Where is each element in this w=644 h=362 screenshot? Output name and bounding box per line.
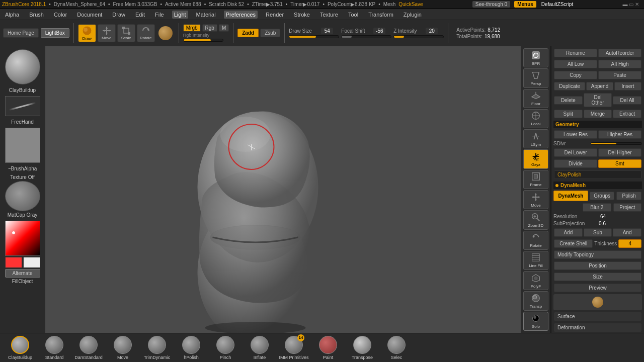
del-lower-button[interactable]: Del Lower bbox=[554, 148, 597, 157]
all-high-button[interactable]: AIl High bbox=[598, 60, 641, 68]
size-button[interactable]: Size bbox=[554, 273, 641, 281]
zsub-button[interactable]: Zsub bbox=[260, 29, 280, 37]
zadd-button[interactable]: Zadd bbox=[237, 29, 259, 37]
focal-shift-slider[interactable] bbox=[341, 35, 391, 38]
material-preview[interactable] bbox=[5, 181, 40, 211]
bottom-brush-imm-primitives[interactable]: 14 IMM Primitives bbox=[279, 336, 309, 360]
z-intensity-slider[interactable] bbox=[393, 35, 444, 38]
alternate-button[interactable]: Alternate bbox=[5, 269, 40, 278]
polyf-button[interactable]: PolyF bbox=[523, 271, 548, 290]
rotate-button[interactable]: Rotate bbox=[137, 24, 155, 42]
auto-reorder-button[interactable]: AutoReorder bbox=[598, 49, 641, 57]
menu-light[interactable]: Light bbox=[172, 11, 188, 19]
bottom-brush-pinch[interactable]: Pinch bbox=[210, 336, 240, 360]
menu-transform[interactable]: Transform bbox=[366, 11, 395, 19]
solo-button[interactable]: Solo bbox=[523, 312, 548, 331]
bottom-brush-hpolish[interactable]: hPolish bbox=[176, 336, 206, 360]
bottom-brush-claybuildup[interactable]: ClayBuildup bbox=[5, 336, 35, 360]
canvas-area[interactable] bbox=[45, 46, 521, 333]
menu-texture[interactable]: Texture bbox=[318, 11, 340, 19]
move-button[interactable]: Move bbox=[98, 24, 116, 42]
smt-button[interactable]: Smt bbox=[598, 159, 641, 168]
polish-button[interactable]: Polish bbox=[616, 192, 641, 200]
menu-alpha[interactable]: Alpha bbox=[3, 11, 21, 19]
bottom-brush-move[interactable]: Move bbox=[108, 336, 138, 360]
see-through[interactable]: See-through 0 bbox=[472, 1, 510, 8]
transp-button[interactable]: Transp bbox=[523, 291, 548, 310]
insert-button[interactable]: Insert bbox=[614, 82, 641, 90]
higher-res-button[interactable]: Higher Res bbox=[598, 130, 641, 139]
claypolish-button[interactable]: ClayPolish bbox=[554, 170, 641, 179]
all-low-button[interactable]: All Low bbox=[554, 60, 597, 68]
menu-color[interactable]: Color bbox=[52, 11, 69, 19]
thickness-button[interactable]: 4 bbox=[618, 239, 641, 248]
split-button[interactable]: Split bbox=[554, 110, 583, 118]
scale-button[interactable]: Scale bbox=[117, 24, 135, 42]
duplicate-button[interactable]: Duplicate bbox=[554, 82, 585, 90]
local-button[interactable]: Local bbox=[523, 109, 548, 128]
stroke-preview[interactable] bbox=[5, 96, 40, 116]
del-all-button[interactable]: Del All bbox=[613, 96, 641, 105]
lightbox-button[interactable]: LightBox bbox=[41, 28, 69, 38]
menu-draw[interactable]: Draw bbox=[110, 11, 127, 19]
rgb-button[interactable]: Rgb bbox=[202, 24, 217, 32]
rgb-intensity-slider[interactable] bbox=[183, 39, 223, 42]
menu-document[interactable]: Document bbox=[75, 11, 104, 19]
brush-preview[interactable] bbox=[5, 49, 40, 84]
deformation-button[interactable]: Deformation bbox=[554, 323, 641, 332]
bottom-brush-transpose[interactable]: Transpose bbox=[347, 336, 377, 360]
add-button[interactable]: Add bbox=[554, 228, 583, 237]
groups-button[interactable]: Groups bbox=[590, 192, 615, 200]
m-button[interactable]: M bbox=[219, 24, 229, 32]
menu-stroke[interactable]: Stroke bbox=[292, 11, 312, 19]
sub-button[interactable]: Sub bbox=[584, 228, 612, 237]
blur-button[interactable]: Blur 2 bbox=[583, 203, 611, 212]
extract-button[interactable]: Extract bbox=[613, 110, 641, 118]
append-button[interactable]: Append bbox=[586, 82, 613, 90]
del-higher-button[interactable]: Del Higher bbox=[598, 148, 641, 157]
lower-res-button[interactable]: Lower Res bbox=[554, 130, 597, 139]
swatch-primary[interactable] bbox=[5, 257, 22, 268]
modify-topology-button[interactable]: Modify Topology bbox=[554, 250, 641, 259]
menu-tool[interactable]: Tool bbox=[346, 11, 360, 19]
menu-file[interactable]: File bbox=[153, 11, 166, 19]
floor-button[interactable]: Floor bbox=[523, 89, 548, 108]
draw-size-slider[interactable] bbox=[289, 35, 339, 38]
surface-button[interactable]: Surface bbox=[554, 312, 641, 321]
color-gradient[interactable] bbox=[5, 221, 40, 256]
bottom-brush-standard[interactable]: Standard bbox=[39, 336, 69, 360]
dynamesh-main-button[interactable]: DynaMesh bbox=[553, 191, 588, 201]
bpr-button[interactable]: BPR bbox=[523, 48, 548, 67]
bottom-brush-paint[interactable]: Paint bbox=[313, 336, 343, 360]
menu-edit[interactable]: Edit bbox=[133, 11, 147, 19]
merge-button[interactable]: Merge bbox=[584, 110, 612, 118]
menu-zplugin[interactable]: Zplugin bbox=[401, 11, 424, 19]
menu-brush[interactable]: Brush bbox=[27, 11, 46, 19]
swatch-secondary[interactable] bbox=[23, 257, 40, 268]
persp-button[interactable]: Persp bbox=[523, 68, 548, 87]
fill-obj-label[interactable]: FillObject bbox=[5, 279, 40, 284]
and-button[interactable]: And bbox=[613, 228, 641, 237]
zoom3d-button[interactable]: Zoom3D bbox=[523, 210, 548, 229]
del-other-button[interactable]: Del Other bbox=[584, 93, 612, 107]
quick-save[interactable]: QuickSave bbox=[398, 2, 423, 7]
default-script[interactable]: DefaultZScript bbox=[541, 2, 573, 7]
rename-button[interactable]: Rename bbox=[554, 49, 597, 57]
bottom-brush-trimdynamic[interactable]: TrimDynamic bbox=[142, 336, 172, 360]
bottom-brush-inflate[interactable]: Inflate bbox=[245, 336, 275, 360]
mrgb-button[interactable]: Mrgb bbox=[183, 24, 201, 32]
copy-button[interactable]: Copy bbox=[554, 71, 597, 79]
menu-material[interactable]: Material bbox=[194, 11, 218, 19]
draw-button[interactable]: Draw bbox=[78, 24, 96, 42]
divide-button[interactable]: Divide bbox=[554, 159, 597, 168]
bottom-brush-damstandard[interactable]: DamStandard bbox=[73, 336, 104, 360]
home-page-button[interactable]: Home Page bbox=[3, 28, 39, 38]
delete-button[interactable]: Delete bbox=[554, 96, 583, 105]
menus-button[interactable]: Menus bbox=[514, 1, 536, 8]
create-shell-button[interactable]: Create Shell bbox=[554, 239, 593, 248]
preview-button[interactable]: Preview bbox=[554, 284, 641, 292]
rotate-icon-button[interactable]: Rotate bbox=[523, 231, 548, 250]
gxyz-button[interactable]: xyz Gxyz bbox=[523, 149, 548, 168]
alpha-preview[interactable] bbox=[5, 128, 40, 163]
move-icon-button[interactable]: Move bbox=[523, 190, 548, 209]
